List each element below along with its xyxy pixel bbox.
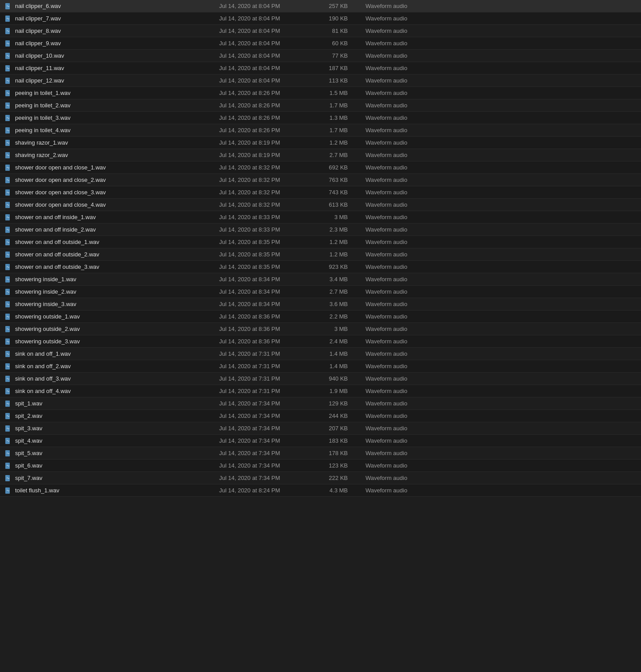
table-row[interactable]: showering outside_3.wavJul 14, 2020 at 8… [0,335,641,348]
file-name: peeing in toilet_3.wav [15,114,210,121]
file-kind: Waveform audio [361,363,637,369]
table-row[interactable]: nail clipper_12.wavJul 14, 2020 at 8:04 … [0,75,641,87]
file-name: spit_5.wav [15,450,210,456]
audio-file-icon [4,486,12,495]
table-row[interactable]: shower door open and close_2.wavJul 14, … [0,174,641,186]
table-row[interactable]: spit_7.wavJul 14, 2020 at 7:34 PM222 KBW… [0,472,641,484]
table-row[interactable]: shaving razor_2.wavJul 14, 2020 at 8:19 … [0,149,641,161]
file-name: shaving razor_2.wav [15,152,210,158]
audio-file-icon [4,449,12,458]
file-date: Jul 14, 2020 at 8:36 PM [210,338,308,345]
file-date: Jul 14, 2020 at 8:24 PM [210,487,308,494]
audio-file-icon [4,412,12,420]
file-size: 940 KB [308,375,361,382]
table-row[interactable]: shower door open and close_4.wavJul 14, … [0,199,641,211]
file-date: Jul 14, 2020 at 8:04 PM [210,65,308,71]
table-row[interactable]: spit_1.wavJul 14, 2020 at 7:34 PM129 KBW… [0,397,641,410]
file-size: 81 KB [308,28,361,34]
table-row[interactable]: spit_2.wavJul 14, 2020 at 7:34 PM244 KBW… [0,410,641,422]
file-kind: Waveform audio [361,475,637,481]
audio-file-icon [4,76,12,85]
file-kind: Waveform audio [361,388,637,394]
file-name: shower door open and close_1.wav [15,164,210,171]
table-row[interactable]: spit_3.wavJul 14, 2020 at 7:34 PM207 KBW… [0,422,641,435]
table-row[interactable]: sink on and off_4.wavJul 14, 2020 at 7:3… [0,385,641,397]
table-row[interactable]: sink on and off_2.wavJul 14, 2020 at 7:3… [0,360,641,373]
file-name: nail clipper_8.wav [15,28,210,34]
file-date: Jul 14, 2020 at 7:31 PM [210,363,308,369]
file-date: Jul 14, 2020 at 8:35 PM [210,263,308,270]
file-name: spit_1.wav [15,400,210,407]
file-size: 2.4 MB [308,338,361,345]
audio-file-icon [4,213,12,222]
file-size: 187 KB [308,65,361,71]
table-row[interactable]: shower door open and close_1.wavJul 14, … [0,161,641,174]
file-name: showering outside_1.wav [15,313,210,320]
table-row[interactable]: peeing in toilet_2.wavJul 14, 2020 at 8:… [0,99,641,112]
table-row[interactable]: showering outside_1.wavJul 14, 2020 at 8… [0,310,641,323]
audio-file-icon [4,225,12,234]
table-row[interactable]: peeing in toilet_4.wavJul 14, 2020 at 8:… [0,124,641,137]
table-row[interactable]: nail clipper_9.wavJul 14, 2020 at 8:04 P… [0,37,641,50]
file-date: Jul 14, 2020 at 8:36 PM [210,326,308,332]
file-size: 2.2 MB [308,313,361,320]
table-row[interactable]: spit_5.wavJul 14, 2020 at 7:34 PM178 KBW… [0,447,641,460]
audio-file-icon [4,188,12,197]
file-date: Jul 14, 2020 at 7:31 PM [210,388,308,394]
file-size: 1.7 MB [308,127,361,134]
table-row[interactable]: peeing in toilet_3.wavJul 14, 2020 at 8:… [0,112,641,124]
table-row[interactable]: nail clipper_8.wavJul 14, 2020 at 8:04 P… [0,25,641,37]
file-size: 1.7 MB [308,102,361,109]
file-kind: Waveform audio [361,425,637,432]
table-row[interactable]: nail clipper_11.wavJul 14, 2020 at 8:04 … [0,62,641,75]
file-name: peeing in toilet_2.wav [15,102,210,109]
audio-file-icon [4,350,12,358]
file-size: 763 KB [308,177,361,183]
file-size: 129 KB [308,400,361,407]
table-row[interactable]: spit_4.wavJul 14, 2020 at 7:34 PM183 KBW… [0,435,641,447]
file-date: Jul 14, 2020 at 8:32 PM [210,177,308,183]
table-row[interactable]: peeing in toilet_1.wavJul 14, 2020 at 8:… [0,87,641,99]
table-row[interactable]: showering inside_1.wavJul 14, 2020 at 8:… [0,273,641,286]
table-row[interactable]: sink on and off_3.wavJul 14, 2020 at 7:3… [0,373,641,385]
audio-file-icon [4,14,12,23]
file-kind: Waveform audio [361,152,637,158]
file-kind: Waveform audio [361,28,637,34]
table-row[interactable]: nail clipper_6.wavJul 14, 2020 at 8:04 P… [0,0,641,12]
table-row[interactable]: shower on and off inside_2.wavJul 14, 20… [0,224,641,236]
file-size: 178 KB [308,450,361,456]
file-size: 692 KB [308,164,361,171]
table-row[interactable]: shower door open and close_3.wavJul 14, … [0,186,641,199]
file-size: 3 MB [308,326,361,332]
table-row[interactable]: shower on and off inside_1.wavJul 14, 20… [0,211,641,224]
table-row[interactable]: shower on and off outside_2.wavJul 14, 2… [0,248,641,261]
audio-file-icon [4,312,12,321]
table-row[interactable]: nail clipper_10.wavJul 14, 2020 at 8:04 … [0,50,641,62]
table-row[interactable]: shower on and off outside_3.wavJul 14, 2… [0,261,641,273]
file-name: toilet flush_1.wav [15,487,210,494]
table-row[interactable]: spit_6.wavJul 14, 2020 at 7:34 PM123 KBW… [0,460,641,472]
table-row[interactable]: shower on and off outside_1.wavJul 14, 2… [0,236,641,248]
file-kind: Waveform audio [361,462,637,469]
file-kind: Waveform audio [361,114,637,121]
table-row[interactable]: toilet flush_1.wavJul 14, 2020 at 8:24 P… [0,484,641,497]
table-row[interactable]: sink on and off_1.wavJul 14, 2020 at 7:3… [0,348,641,360]
table-row[interactable]: showering inside_2.wavJul 14, 2020 at 8:… [0,286,641,298]
file-date: Jul 14, 2020 at 7:34 PM [210,462,308,469]
file-date: Jul 14, 2020 at 7:34 PM [210,425,308,432]
file-kind: Waveform audio [361,375,637,382]
table-row[interactable]: nail clipper_7.wavJul 14, 2020 at 8:04 P… [0,12,641,25]
file-name: shower on and off outside_2.wav [15,251,210,258]
table-row[interactable]: showering inside_3.wavJul 14, 2020 at 8:… [0,298,641,310]
file-date: Jul 14, 2020 at 7:34 PM [210,475,308,481]
table-row[interactable]: showering outside_2.wavJul 14, 2020 at 8… [0,323,641,335]
file-kind: Waveform audio [361,3,637,9]
file-kind: Waveform audio [361,301,637,307]
file-name: nail clipper_12.wav [15,77,210,84]
file-date: Jul 14, 2020 at 8:33 PM [210,226,308,233]
file-size: 190 KB [308,15,361,22]
file-kind: Waveform audio [361,400,637,407]
table-row[interactable]: shaving razor_1.wavJul 14, 2020 at 8:19 … [0,137,641,149]
audio-file-icon [4,2,12,11]
audio-file-icon [4,200,12,209]
